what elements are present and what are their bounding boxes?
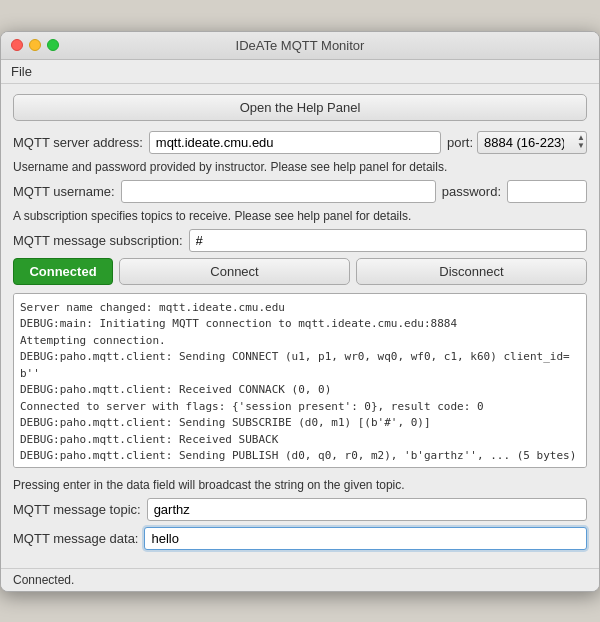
credentials-info: Username and password provided by instru… — [13, 160, 587, 174]
open-help-button[interactable]: Open the Help Panel — [13, 94, 587, 121]
broadcast-info: Pressing enter in the data field will br… — [13, 478, 587, 492]
subscription-info: A subscription specifies topics to recei… — [13, 209, 587, 223]
connect-button[interactable]: Connect — [119, 258, 350, 285]
server-address-input[interactable] — [149, 131, 441, 154]
credentials-row: MQTT username: password: — [13, 180, 587, 203]
title-bar: IDeATe MQTT Monitor — [1, 32, 599, 60]
traffic-lights — [11, 39, 59, 51]
maximize-button[interactable] — [47, 39, 59, 51]
server-address-label: MQTT server address: — [13, 135, 143, 150]
window-title: IDeATe MQTT Monitor — [236, 38, 365, 53]
close-button[interactable] — [11, 39, 23, 51]
subscription-row: MQTT message subscription: — [13, 229, 587, 252]
port-container: port: ▲ ▼ — [447, 131, 587, 154]
subscription-input[interactable] — [189, 229, 587, 252]
connected-status-button: Connected — [13, 258, 113, 285]
server-address-row: MQTT server address: port: ▲ ▼ — [13, 131, 587, 154]
topic-input[interactable] — [147, 498, 587, 521]
topic-row: MQTT message topic: — [13, 498, 587, 521]
username-input[interactable] — [121, 180, 436, 203]
port-input[interactable] — [477, 131, 587, 154]
app-window: IDeATe MQTT Monitor File Open the Help P… — [0, 31, 600, 592]
port-spinner[interactable]: ▲ ▼ — [577, 131, 585, 154]
log-area: Server name changed: mqtt.ideate.cmu.edu… — [13, 293, 587, 468]
file-menu[interactable]: File — [11, 64, 32, 79]
menu-bar: File — [1, 60, 599, 84]
main-content: Open the Help Panel MQTT server address:… — [1, 84, 599, 568]
password-input[interactable] — [507, 180, 587, 203]
disconnect-button[interactable]: Disconnect — [356, 258, 587, 285]
status-bar: Connected. — [1, 568, 599, 591]
spinner-down-icon[interactable]: ▼ — [577, 142, 585, 150]
data-row: MQTT message data: — [13, 527, 587, 550]
data-input[interactable] — [144, 527, 587, 550]
port-label: port: — [447, 135, 473, 150]
subscription-label: MQTT message subscription: — [13, 233, 183, 248]
connection-button-row: Connected Connect Disconnect — [13, 258, 587, 285]
password-label: password: — [442, 184, 501, 199]
port-select-wrapper: ▲ ▼ — [477, 131, 587, 154]
status-text: Connected. — [13, 573, 74, 587]
username-label: MQTT username: — [13, 184, 115, 199]
minimize-button[interactable] — [29, 39, 41, 51]
topic-label: MQTT message topic: — [13, 502, 141, 517]
data-label: MQTT message data: — [13, 531, 138, 546]
